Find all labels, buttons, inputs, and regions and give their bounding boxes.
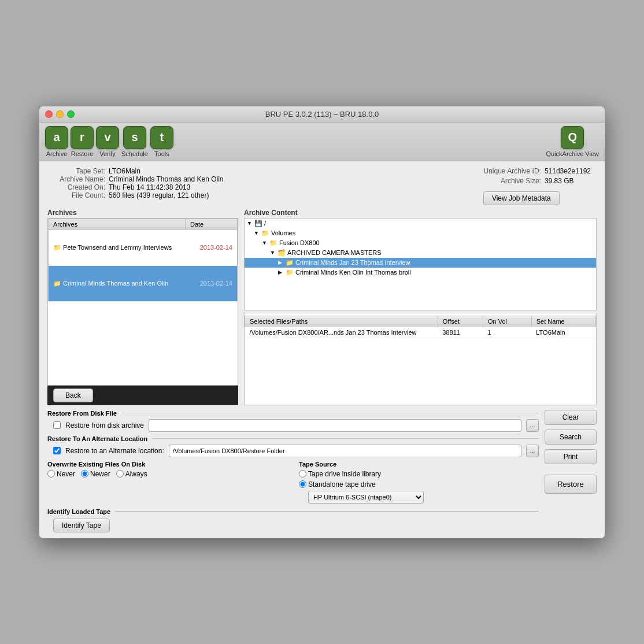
archive-icon: 📁 xyxy=(53,244,61,251)
tree-item-criminal-minds-jan23[interactable]: ▶ 📁 Criminal Minds Jan 23 Thomas Intervi… xyxy=(245,258,596,268)
close-button[interactable] xyxy=(45,110,53,118)
tree-label: Criminal Minds Ken Olin Int Thomas broll xyxy=(295,269,411,276)
unique-id-value: 511d3e2e1192 xyxy=(545,167,591,175)
unique-id-field: Unique Archive ID: 511d3e2e1192 xyxy=(483,167,591,175)
identify-tape-btn-row: Identify Tape xyxy=(47,517,539,532)
restore-alt-path-input[interactable] xyxy=(169,445,521,457)
arrow-icon: ▼ xyxy=(270,250,276,256)
tree-label: Fusion DX800 xyxy=(279,239,320,246)
minimize-button[interactable] xyxy=(56,110,64,118)
main-window: BRU PE 3.0.2 (113) – BRU 18.0.0 a Archiv… xyxy=(39,106,605,539)
content-area: Tape Set: LTO6Main Archive Name: Crimina… xyxy=(39,161,605,538)
restore-alt-checkbox-label: Restore to an Alternate location: xyxy=(65,447,164,455)
bottom-section: Restore From Disk File Restore from disk… xyxy=(47,410,597,532)
archive-label: Archive xyxy=(46,150,68,157)
folder-icon: 📁 xyxy=(286,259,294,267)
table-row[interactable]: /Volumes/Fusion DX800/AR...nds Jan 23 Th… xyxy=(245,327,596,338)
restore-disk-browse-button[interactable]: ... xyxy=(526,419,539,432)
restore-alt-row: Restore to an Alternate location: ... xyxy=(47,445,539,457)
clear-button[interactable]: Clear xyxy=(545,410,597,425)
divider xyxy=(115,511,539,512)
file-path-cell: /Volumes/Fusion DX800/AR...nds Jan 23 Th… xyxy=(245,327,438,338)
tree-label: Volumes xyxy=(271,230,295,236)
archive-icon: 📁 xyxy=(53,280,61,287)
file-offset-cell: 38811 xyxy=(438,327,483,338)
file-setname-cell: LTO6Main xyxy=(531,327,595,338)
arrow-icon: ▶ xyxy=(278,260,284,265)
tape-standalone-radio[interactable] xyxy=(299,480,306,488)
restore-label: Restore xyxy=(71,150,94,157)
overwrite-always-radio[interactable] xyxy=(116,470,124,478)
created-on-value: Thu Feb 14 11:42:38 2013 xyxy=(109,183,190,191)
bottom-main: Restore From Disk File Restore from disk… xyxy=(47,410,539,532)
col-set-name: Set Name xyxy=(531,316,595,327)
selected-files-table: Selected Files/Paths Offset On Vol Set N… xyxy=(245,316,596,338)
verify-label: Verify xyxy=(99,150,116,157)
overwrite-section: Overwrite Existing Files On Disk Never N… xyxy=(47,461,287,504)
tape-drive-dropdown[interactable]: HP Ultrium 6-SCSI (ntape0) xyxy=(308,491,424,504)
tree-item-fusion[interactable]: ▼ 📁 Fusion DX800 xyxy=(245,238,596,248)
tree-item-criminal-minds-kenolin[interactable]: ▶ 📁 Criminal Minds Ken Olin Int Thomas b… xyxy=(245,268,596,277)
tape-inside-radio[interactable] xyxy=(299,470,306,478)
metadata-right: Unique Archive ID: 511d3e2e1192 Archive … xyxy=(483,167,591,205)
restore-disk-header: Restore From Disk File xyxy=(47,410,117,417)
restore-disk-path-input[interactable] xyxy=(149,419,521,432)
toolbar-restore[interactable]: r Restore xyxy=(71,126,94,157)
quickarchive-view[interactable]: Q QuickArchive View xyxy=(546,126,599,157)
restore-alt-browse-button[interactable]: ... xyxy=(526,445,539,457)
tree-label: ARCHIVED CAMERA MASTERS xyxy=(287,249,382,256)
archive-name-field: Archive Name: Criminal Minds Thomas and … xyxy=(47,175,483,183)
restore-button[interactable]: Restore xyxy=(545,475,597,494)
restore-icon: r xyxy=(71,126,94,149)
view-job-metadata-button[interactable]: View Job Metadata xyxy=(483,191,560,205)
table-row[interactable]: 📁 Pete Townsend and Lemmy Interviews 201… xyxy=(49,230,238,265)
search-button[interactable]: Search xyxy=(545,430,597,445)
file-count-label: File Count: xyxy=(47,191,105,199)
col-path: Selected Files/Paths xyxy=(245,316,438,327)
tree-item-root[interactable]: ▼ 💾 / xyxy=(245,219,596,228)
side-buttons: Clear Search Print Restore xyxy=(545,410,597,494)
folder-icon: 📁 xyxy=(261,230,269,237)
toolbar-schedule[interactable]: s Schedule xyxy=(121,126,148,157)
archives-col-date: Date xyxy=(186,219,238,230)
restore-disk-checkbox-label: Restore from disk archive xyxy=(65,421,144,430)
maximize-button[interactable] xyxy=(67,110,75,118)
back-button[interactable]: Back xyxy=(53,388,93,402)
special-folder-icon: 🗂️ xyxy=(277,249,286,257)
metadata-section: Tape Set: LTO6Main Archive Name: Crimina… xyxy=(47,167,597,205)
restore-alt-checkbox[interactable] xyxy=(53,447,61,454)
overwrite-always-label: Always xyxy=(125,470,147,478)
tree-item-archived-masters[interactable]: ▼ 🗂️ ARCHIVED CAMERA MASTERS xyxy=(245,248,596,258)
selected-files-panel: Selected Files/Paths Offset On Vol Set N… xyxy=(244,313,597,405)
arrow-icon: ▶ xyxy=(278,269,284,275)
identify-tape-button[interactable]: Identify Tape xyxy=(53,519,110,532)
restore-from-disk-section: Restore From Disk File xyxy=(47,410,539,417)
tape-source-options: Tape drive inside library Standalone tap… xyxy=(299,470,539,504)
divider xyxy=(121,413,539,413)
print-button[interactable]: Print xyxy=(545,449,597,464)
archives-header: Archives xyxy=(47,209,238,217)
verify-icon: v xyxy=(96,126,119,149)
toolbar-archive[interactable]: a Archive xyxy=(45,126,68,157)
archive-name-value: Criminal Minds Thomas and Ken Olin xyxy=(109,175,224,183)
overwrite-never-radio[interactable] xyxy=(47,470,55,478)
identify-tape-header: Identify Loaded Tape xyxy=(47,508,110,515)
toolbar-verify[interactable]: v Verify xyxy=(96,126,119,157)
restore-disk-checkbox[interactable] xyxy=(53,421,61,429)
drive-icon: 💾 xyxy=(254,220,262,227)
right-panel: Archive Content ▼ 💾 / ▼ 📁 Volumes xyxy=(244,209,597,405)
overwrite-newer-radio[interactable] xyxy=(81,470,88,478)
toolbar-tools[interactable]: t Tools xyxy=(150,126,173,157)
created-on-field: Created On: Thu Feb 14 11:42:38 2013 xyxy=(47,183,483,191)
metadata-left: Tape Set: LTO6Main Archive Name: Crimina… xyxy=(47,167,483,205)
archive-size-label: Archive Size: xyxy=(483,177,541,185)
titlebar: BRU PE 3.0.2 (113) – BRU 18.0.0 xyxy=(39,106,605,123)
restore-alt-header: Restore To An Alternate Location xyxy=(47,435,147,442)
restore-disk-row: Restore from disk archive ... xyxy=(47,419,539,432)
table-row[interactable]: 📁 Criminal Minds Thomas and Ken Olin 201… xyxy=(49,265,238,301)
overwrite-never-label: Never xyxy=(57,470,75,478)
tree-item-volumes[interactable]: ▼ 📁 Volumes xyxy=(245,228,596,238)
file-onvol-cell: 1 xyxy=(483,327,531,338)
archive-size-field: Archive Size: 39.83 GB xyxy=(483,177,591,185)
folder-icon: 📁 xyxy=(286,269,294,276)
